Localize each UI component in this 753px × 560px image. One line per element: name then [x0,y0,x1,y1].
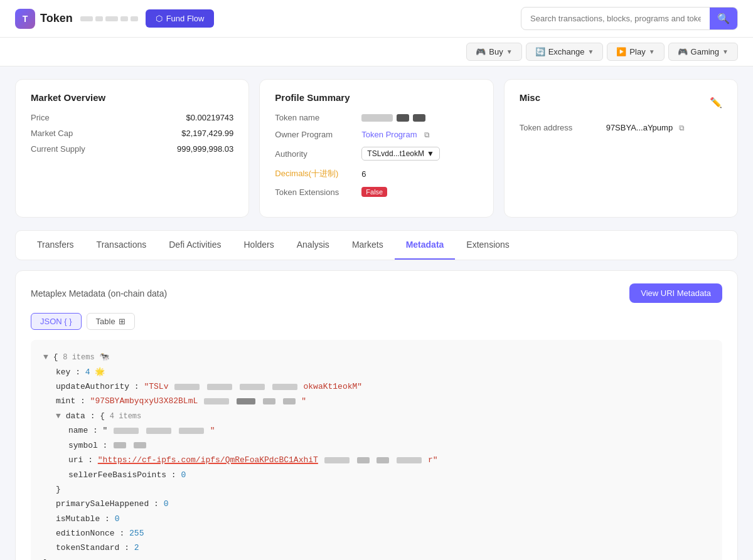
json-root-open: ▼ { 8 items 🐄 [43,350,710,365]
redacted-uri-3 [376,457,389,463]
name-line: name : " " [43,423,710,438]
token-address-row: Token address 97SBYA...aYpump ⧉ [520,123,722,132]
breadcrumb-dot-3 [105,16,118,21]
token-name-label: Token name [275,113,356,122]
tab-metadata[interactable]: Metadata [395,231,456,260]
profile-summary-card: Profile Summary Token name Owner Program… [259,79,493,218]
market-overview-title: Market Overview [31,92,233,103]
brace-open: { [53,352,63,362]
play-icon: ▶️ [616,47,626,56]
tab-defi-activities[interactable]: Defi Activities [158,231,232,260]
update-authority-line: updateAuthority : "TSLv okwaKt1eokM" [43,379,710,394]
redacted-uri-2 [357,457,370,463]
redacted-4 [272,384,297,390]
address-row: 97SBYA...aYpump ⧉ [606,123,685,132]
gaming-label: Gaming [691,47,720,56]
format-bar: JSON { } Table ⊞ [31,313,722,330]
view-uri-button[interactable]: View URI Metadata [629,283,722,303]
redacted-5 [204,398,229,404]
decimals-value: 6 [361,169,366,179]
market-cap-value: $2,197,429.99 [181,129,233,138]
fund-flow-button[interactable]: ⬡ Fund Flow [146,9,215,28]
search-button[interactable]: 🔍 [710,8,737,29]
breadcrumb-dot-1 [80,16,93,21]
redacted-name-3 [179,428,204,434]
authority-row: Authority TSLvdd...t1eokM ▼ [275,147,478,161]
uri-line: uri : "https://cf-ipfs.com/ipfs/QmReFoaK… [43,453,710,467]
buy-icon: 🎮 [476,47,486,56]
edit-icon[interactable]: ✏️ [710,97,722,108]
address-copy-icon[interactable]: ⧉ [679,124,685,132]
buy-label: Buy [489,47,503,56]
tab-markets[interactable]: Markets [341,231,395,260]
price-row: Price $0.00219743 [31,113,233,122]
redacted-name-2 [146,428,171,434]
authority-label: Authority [275,149,356,159]
fund-flow-label: Fund Flow [166,14,205,23]
tab-transfers[interactable]: Transfers [26,231,85,260]
play-label: Play [629,47,645,56]
gaming-icon: 🎮 [678,47,688,56]
header-left: T Token ⬡ Fund Flow [15,9,214,29]
edition-nonce-line: editionNonce : 255 [43,526,710,541]
decimals-row: Decimals(十进制) 6 [275,168,478,179]
current-supply-row: Current Supply 999,999,998.03 [31,144,233,154]
data-toggle[interactable]: ▼ [56,411,61,421]
gaming-chevron: ▼ [722,48,729,55]
table-label: Table [96,317,115,326]
token-standard-line: tokenStandard : 2 [43,541,710,555]
exchange-button[interactable]: 🔄 Exchange ▼ [526,43,604,61]
market-cap-row: Market Cap $2,197,429.99 [31,129,233,138]
root-toggle[interactable]: ▼ [43,352,48,362]
name-block-2 [397,114,409,122]
metadata-panel-header: Metaplex Metadata (on-chain data) View U… [31,283,722,303]
redacted-8 [283,398,296,404]
profile-summary-title: Profile Summary [275,92,478,103]
redacted-name-1 [114,428,139,434]
gaming-button[interactable]: 🎮 Gaming ▼ [668,43,738,61]
owner-program-value[interactable]: Token Program [361,130,417,139]
extensions-row: Token Extensions False [275,187,478,197]
metadata-panel: Metaplex Metadata (on-chain data) View U… [15,270,738,560]
misc-card: Misc ✏️ Token address 97SBYA...aYpump ⧉ [504,79,738,218]
token-address-value: 97SBYA...aYpump [606,123,673,132]
price-value: $0.00219743 [186,113,233,122]
tab-transactions[interactable]: Transactions [85,231,158,260]
market-cap-label: Market Cap [31,129,73,138]
search-bar: 🔍 [521,7,738,30]
breadcrumb-dot-4 [120,16,128,21]
cards-row: Market Overview Price $0.00219743 Market… [15,79,738,218]
symbol-line: symbol : [43,438,710,453]
play-chevron: ▼ [649,48,655,55]
primary-sale-line: primarySaleHappened : 0 [43,497,710,511]
authority-select[interactable]: TSLvdd...t1eokM ▼ [361,147,440,161]
play-button[interactable]: ▶️ Play ▼ [607,43,664,61]
table-format-button[interactable]: Table ⊞ [87,313,135,330]
root-close-line: } [43,556,710,560]
breadcrumb-dot-5 [131,16,138,21]
exchange-label: Exchange [548,47,585,56]
tab-extensions[interactable]: Extensions [455,231,520,260]
logo-icon: T [15,9,35,29]
token-address-label: Token address [520,123,601,132]
search-input[interactable] [521,9,710,28]
json-format-button[interactable]: JSON { } [31,313,82,330]
is-mutable-line: isMutable : 0 [43,512,710,526]
json-viewer: ▼ { 8 items 🐄 key : 4 🌟 updateAuthority … [31,340,722,560]
redacted-6 [237,398,255,404]
owner-program-row: Owner Program Token Program ⧉ [275,130,478,139]
tab-analysis[interactable]: Analysis [286,231,341,260]
metadata-panel-title: Metaplex Metadata (on-chain data) [31,288,167,298]
buy-button[interactable]: 🎮 Buy ▼ [466,43,521,61]
header-breadcrumb [80,16,138,21]
tab-holders[interactable]: Holders [232,231,285,260]
decimals-label[interactable]: Decimals(十进制) [275,168,356,179]
current-supply-value: 999,999,998.03 [177,144,233,154]
authority-chevron: ▼ [427,149,434,158]
main-content: Market Overview Price $0.00219743 Market… [0,66,753,560]
data-close-line: } [43,482,710,497]
copy-icon[interactable]: ⧉ [424,130,430,139]
extensions-value: False [361,187,387,197]
cow-emoji: 🐄 [99,352,109,362]
price-label: Price [31,113,50,122]
